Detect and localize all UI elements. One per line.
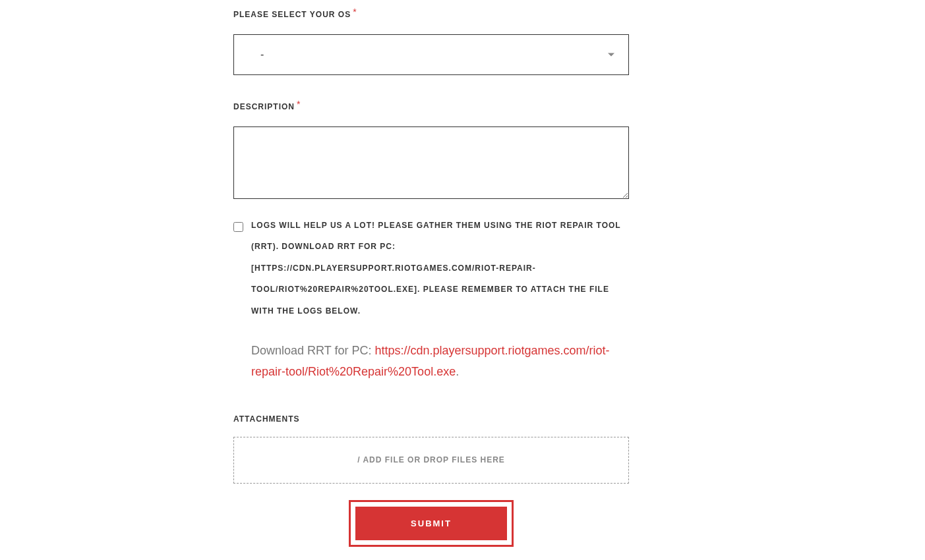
- os-select-wrapper: -: [233, 34, 629, 75]
- os-select[interactable]: -: [233, 34, 629, 75]
- attachments-dropzone[interactable]: / ADD FILE OR DROP FILES HERE: [233, 437, 629, 484]
- description-label: DESCRIPTION: [233, 102, 295, 111]
- logs-checkbox[interactable]: [233, 222, 243, 232]
- submit-wrapper: SUBMIT: [233, 500, 629, 547]
- required-icon: *: [353, 7, 356, 17]
- download-help-text: Download RRT for PC: https://cdn.players…: [251, 340, 629, 383]
- description-group: DESCRIPTION*: [233, 100, 629, 221]
- os-select-value: -: [260, 49, 264, 61]
- description-textarea[interactable]: [233, 126, 629, 199]
- download-help-prefix: Download RRT for PC:: [251, 344, 374, 357]
- period: .: [456, 365, 459, 378]
- os-select-group: PLEASE SELECT YOUR OS* -: [233, 8, 629, 75]
- logs-checkbox-label: LOGS WILL HELP US A LOT! PLEASE GATHER T…: [251, 215, 629, 322]
- chevron-down-icon: [608, 53, 614, 57]
- os-select-label: PLEASE SELECT YOUR OS: [233, 10, 351, 19]
- support-form: PLEASE SELECT YOUR OS* - DESCRIPTION* LO…: [233, 8, 629, 547]
- logs-checkbox-group: LOGS WILL HELP US A LOT! PLEASE GATHER T…: [233, 221, 629, 322]
- submit-button[interactable]: SUBMIT: [355, 507, 507, 540]
- submit-highlight-border: SUBMIT: [349, 500, 514, 547]
- dropzone-text: / ADD FILE OR DROP FILES HERE: [357, 455, 505, 464]
- attachments-label: ATTACHMENTS: [233, 414, 629, 424]
- required-icon: *: [297, 99, 300, 109]
